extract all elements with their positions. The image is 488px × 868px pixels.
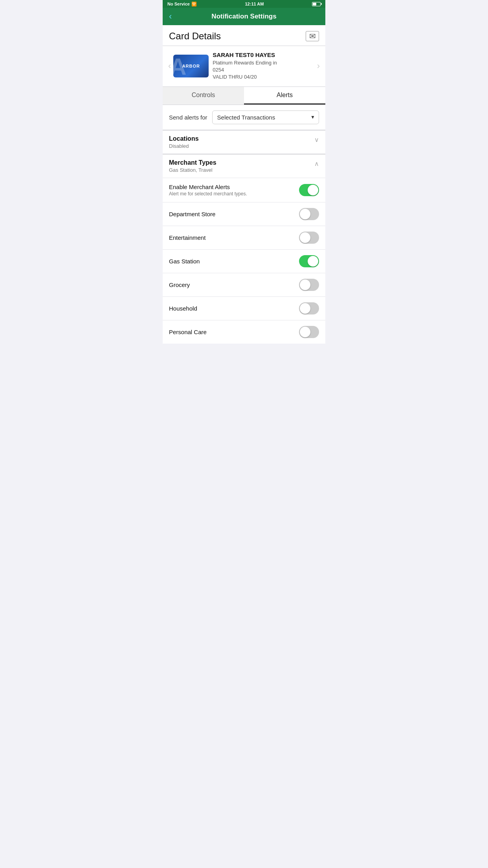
email-icon[interactable]: ✉ — [306, 31, 319, 41]
status-bar: No Service 🛜 12:11 AM — [163, 0, 325, 8]
carrier-text: No Service — [167, 2, 190, 6]
locations-chevron-icon: ∨ — [314, 136, 319, 143]
page-title: Notification Settings — [163, 13, 325, 20]
household-label: Household — [169, 305, 197, 312]
department-store-row: Department Store — [163, 202, 325, 226]
personal-care-row: Personal Care — [163, 320, 325, 344]
merchant-types-title: Merchant Types — [169, 159, 216, 166]
card-details-title: Card Details — [169, 31, 221, 42]
back-button[interactable]: ‹ — [169, 11, 172, 22]
battery-icon — [312, 2, 321, 6]
entertainment-toggle[interactable] — [299, 232, 319, 244]
department-store-label: Department Store — [169, 211, 215, 217]
entertainment-row: Entertainment — [163, 226, 325, 249]
time-display: 12:11 AM — [245, 2, 264, 6]
enable-merchant-alerts-row: Enable Merchant Alerts Alert me for sele… — [163, 178, 325, 202]
send-alerts-row: Send alerts for All Transactions Selecte… — [163, 105, 325, 130]
transaction-type-dropdown-wrapper: All Transactions Selected Transactions N… — [212, 110, 319, 124]
card-subtitle: Platinum Rewards Ending in 0254 VALID TH… — [213, 59, 310, 81]
locations-subtitle: Disabled — [169, 143, 199, 149]
transaction-type-dropdown[interactable]: All Transactions Selected Transactions N… — [212, 110, 319, 124]
card-row: ‹ A ARBOR SARAH TEST0 HAYES Platinum Rew… — [163, 46, 325, 86]
grocery-toggle[interactable] — [299, 279, 319, 291]
merchant-types-chevron-icon: ∧ — [314, 160, 319, 167]
status-right — [312, 2, 321, 6]
merchant-types-header[interactable]: Merchant Types Gas Station, Travel ∧ — [163, 154, 325, 178]
merchant-types-info: Merchant Types Gas Station, Travel — [169, 159, 216, 173]
card-type: Platinum Rewards Ending in — [213, 60, 277, 66]
gas-station-label: Gas Station — [169, 258, 200, 265]
household-row: Household — [163, 296, 325, 320]
gas-station-row: Gas Station — [163, 249, 325, 273]
card-info: SARAH TEST0 HAYES Platinum Rewards Endin… — [209, 51, 314, 81]
card-number-ending: 0254 — [213, 67, 224, 73]
enable-merchant-alerts-label: Enable Merchant Alerts — [169, 184, 299, 190]
gas-station-toggle[interactable] — [299, 255, 319, 267]
tab-alerts[interactable]: Alerts — [244, 87, 325, 105]
enable-merchant-alerts-toggle[interactable] — [299, 184, 319, 196]
locations-info: Locations Disabled — [169, 135, 199, 149]
personal-care-label: Personal Care — [169, 329, 207, 335]
card-holder-name: SARAH TEST0 HAYES — [213, 51, 310, 58]
tab-alerts-label: Alerts — [277, 92, 293, 98]
email-icon-symbol: ✉ — [309, 31, 316, 41]
enable-merchant-alerts-content: Enable Merchant Alerts Alert me for sele… — [169, 184, 299, 197]
card-details-header: Card Details ✉ — [163, 25, 325, 46]
grocery-row: Grocery — [163, 273, 325, 296]
card-valid-thru: VALID THRU 04/20 — [213, 74, 257, 80]
tab-controls-label: Controls — [192, 92, 215, 98]
next-card-button[interactable]: › — [315, 61, 322, 71]
locations-header[interactable]: Locations Disabled ∨ — [163, 130, 325, 154]
personal-care-toggle[interactable] — [299, 326, 319, 338]
wifi-icon: 🛜 — [191, 2, 197, 7]
nav-bar: ‹ Notification Settings — [163, 8, 325, 25]
tabs: Controls Alerts — [163, 87, 325, 105]
household-toggle[interactable] — [299, 302, 319, 314]
enable-merchant-alerts-sublabel: Alert me for selected merchant types. — [169, 191, 299, 197]
entertainment-label: Entertainment — [169, 234, 205, 241]
grocery-label: Grocery — [169, 281, 190, 288]
prev-card-button[interactable]: ‹ — [166, 61, 173, 71]
card-image: A ARBOR — [173, 55, 209, 77]
status-left: No Service 🛜 — [167, 2, 197, 7]
tab-controls[interactable]: Controls — [163, 87, 244, 105]
department-store-toggle[interactable] — [299, 208, 319, 220]
merchant-types-subtitle: Gas Station, Travel — [169, 167, 216, 173]
locations-title: Locations — [169, 135, 199, 142]
send-alerts-label: Send alerts for — [169, 114, 207, 121]
card-logo: ARBOR — [182, 64, 200, 68]
